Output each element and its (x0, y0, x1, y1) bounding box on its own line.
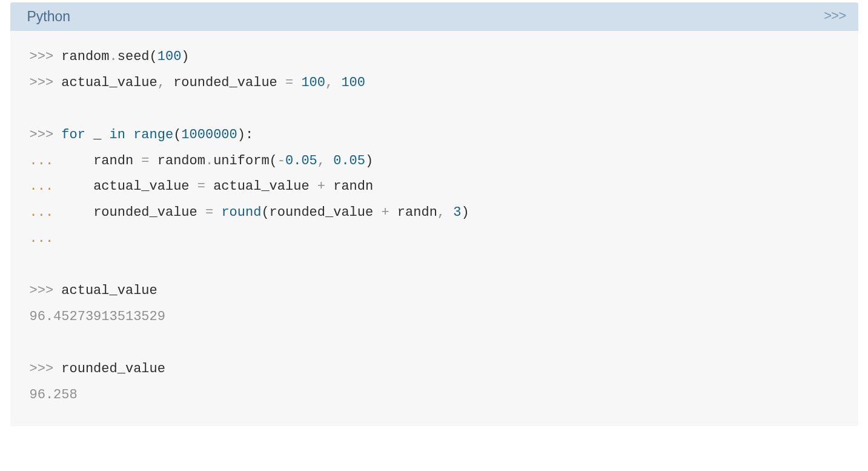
code-line: >>> random.seed(100) (30, 44, 839, 70)
code-block: Python >>> >>> random.seed(100) >>> actu… (10, 2, 858, 426)
code-line-blank (30, 96, 839, 122)
code-line: >>> rounded_value (30, 356, 839, 382)
code-line-blank (30, 252, 839, 278)
code-header: Python >>> (10, 2, 858, 31)
code-line: ... actual_value = actual_value + randn (30, 174, 839, 200)
prompt-toggle-icon[interactable]: >>> (824, 9, 846, 24)
code-line: ... randn = random.uniform(-0.05, 0.05) (30, 149, 839, 175)
code-content: >>> random.seed(100) >>> actual_value, r… (10, 31, 858, 426)
code-line: ... rounded_value = round(rounded_value … (30, 200, 839, 226)
code-language-label: Python (27, 8, 71, 25)
code-line: >>> actual_value (30, 278, 839, 304)
code-output-line: 96.258 (30, 382, 839, 409)
code-line-blank (30, 330, 839, 356)
code-line: ... (30, 226, 839, 252)
code-line: >>> actual_value, rounded_value = 100, 1… (30, 70, 839, 96)
code-line: >>> for _ in range(1000000): (30, 122, 839, 149)
code-output-line: 96.45273913513529 (30, 304, 839, 330)
